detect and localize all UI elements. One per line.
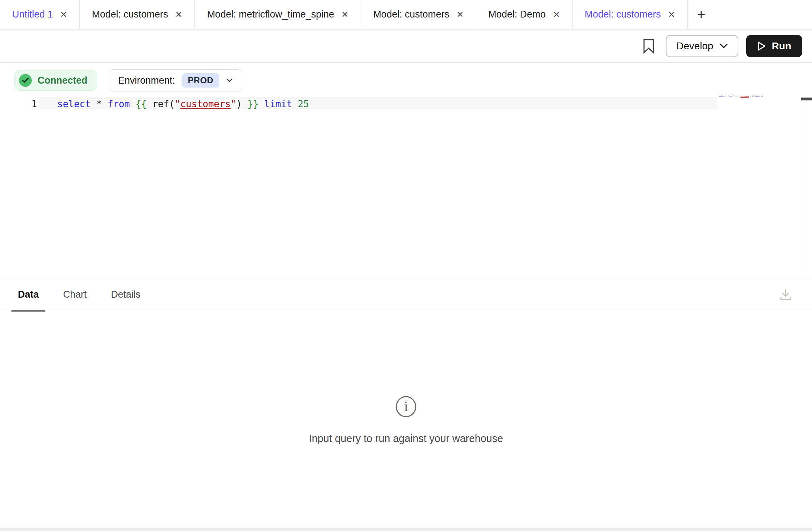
editor-minimap[interactable]: select * from {{ ref("customers") }} lim… (719, 95, 753, 98)
code-token-keyword: limit (755, 95, 760, 97)
connection-status-badge: Connected (14, 70, 97, 91)
plus-icon: + (697, 6, 705, 23)
empty-state: i Input query to run against your wareho… (0, 396, 812, 445)
editor-tab-5[interactable]: Model: customers✕ (573, 0, 688, 29)
code-token-plain: ref( (147, 99, 174, 109)
environment-label: Environment: (118, 75, 175, 86)
run-button[interactable]: Run (746, 35, 802, 57)
close-tab-icon[interactable]: ✕ (553, 10, 560, 19)
results-tab-list: DataChartDetails (11, 278, 147, 311)
code-token-string: " (231, 99, 236, 109)
sql-editor[interactable]: 1 select * from {{ ref("customers") }} l… (0, 93, 812, 278)
line-number: 1 (31, 99, 37, 109)
code-token-string: " (175, 99, 180, 109)
svg-text:i: i (404, 399, 408, 415)
code-token-keyword: limit (264, 99, 292, 109)
editor-tab-bar: Untitled 1✕Model: customers✕Model: metri… (0, 0, 812, 30)
results-tab-chart[interactable]: Chart (57, 278, 93, 311)
info-icon: i (395, 396, 417, 418)
chevron-down-icon (720, 44, 728, 49)
close-tab-icon[interactable]: ✕ (668, 10, 675, 19)
code-token-plain (259, 99, 264, 109)
tab-label: Model: customers (373, 9, 449, 20)
code-token-plain (292, 99, 298, 109)
tab-label: Model: metricflow_time_spine (207, 9, 334, 20)
code-token-keyword: select (719, 95, 725, 97)
environment-value-badge: PROD (182, 73, 219, 88)
bookmark-icon (643, 39, 654, 54)
editor-scrollbar-thumb[interactable] (801, 98, 812, 100)
close-tab-icon[interactable]: ✕ (456, 10, 464, 19)
results-tab-data[interactable]: Data (11, 278, 45, 311)
check-circle-icon (19, 74, 32, 87)
code-token-number: 25 (298, 99, 309, 109)
code-token-jinja: }} (247, 99, 258, 109)
develop-button[interactable]: Develop (666, 35, 738, 57)
editor-tab-0[interactable]: Untitled 1✕ (0, 0, 80, 29)
empty-state-message: Input query to run against your warehous… (309, 433, 503, 445)
footer-strip (0, 528, 812, 531)
code-token-string-link[interactable]: customers (180, 99, 231, 109)
editor-tab-1[interactable]: Model: customers✕ (80, 0, 195, 29)
code-token-number: 25 (761, 95, 763, 97)
status-row: Connected Environment: PROD (0, 63, 812, 91)
results-tab-bar: DataChartDetails (0, 278, 812, 311)
results-tab-label: Details (111, 289, 141, 300)
tab-list: Untitled 1✕Model: customers✕Model: metri… (0, 0, 688, 29)
download-button[interactable] (778, 287, 793, 302)
close-tab-icon[interactable]: ✕ (175, 10, 182, 19)
code-line[interactable]: select * from {{ ref("customers") }} lim… (57, 99, 309, 109)
editor-tab-2[interactable]: Model: metricflow_time_spine✕ (195, 0, 361, 29)
run-button-label: Run (772, 40, 791, 52)
code-token-keyword: from (108, 99, 130, 109)
code-token-plain: * (91, 99, 108, 109)
results-tab-details[interactable]: Details (105, 278, 147, 311)
code-token-jinja: {{ (135, 99, 147, 109)
tab-label: Untitled 1 (12, 9, 53, 20)
connection-status-text: Connected (38, 75, 88, 86)
code-token-plain (130, 99, 136, 109)
code-token-plain: ) (236, 99, 247, 109)
play-icon (757, 41, 766, 51)
close-tab-icon[interactable]: ✕ (60, 10, 67, 19)
results-tab-label: Data (18, 289, 39, 300)
editor-tab-3[interactable]: Model: customers✕ (361, 0, 476, 29)
toolbar: Develop Run (0, 30, 812, 63)
editor-tab-4[interactable]: Model: Demo✕ (476, 0, 573, 29)
code-token-plain: ref( (734, 95, 739, 97)
download-icon (779, 288, 792, 301)
editor-scrollbar-track (802, 100, 802, 278)
develop-button-label: Develop (677, 40, 713, 52)
chevron-down-icon (226, 78, 233, 83)
tab-label: Model: customers (585, 9, 661, 20)
code-token-string-link[interactable]: customers (741, 95, 749, 97)
results-tab-label: Chart (63, 289, 87, 300)
results-panel: DataChartDetails i Input query to run ag… (0, 278, 812, 528)
tab-label: Model: customers (92, 9, 168, 20)
add-tab-button[interactable]: + (688, 0, 714, 29)
code-token-keyword: from (728, 95, 732, 97)
bookmark-button[interactable] (638, 35, 659, 57)
environment-selector[interactable]: Environment: PROD (109, 69, 242, 91)
tab-label: Model: Demo (488, 9, 546, 20)
code-token-keyword: select (57, 99, 91, 109)
close-tab-icon[interactable]: ✕ (341, 10, 348, 19)
